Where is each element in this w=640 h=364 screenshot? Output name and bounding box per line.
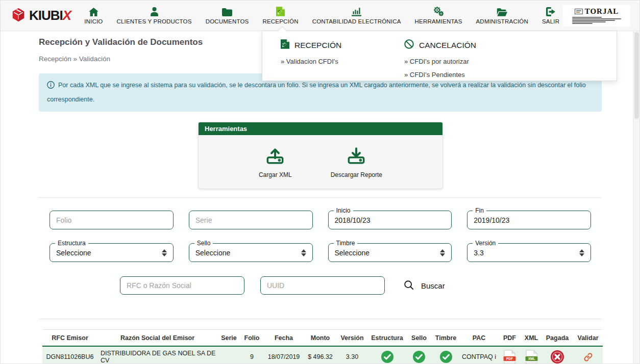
col-pac: PAC: [460, 330, 498, 346]
download-report-button[interactable]: Descargar Reporte: [331, 145, 382, 178]
link-icon[interactable]: [584, 353, 593, 361]
results-table-wrap: RFC Emisor Razón Social del Emisor Serie…: [42, 329, 602, 364]
upload-xml-button[interactable]: Cargar XML: [259, 145, 292, 178]
col-rfc-emisor: RFC Emisor: [42, 330, 97, 346]
table-header-row: RFC Emisor Razón Social del Emisor Serie…: [42, 330, 603, 346]
dropdown-section-cancelacion: CANCELACIÓN » CFDI's por autorizar » CFD…: [404, 39, 476, 79]
col-version: Versión: [336, 330, 368, 346]
home-icon: [89, 6, 99, 16]
download-icon: [346, 145, 366, 168]
scrollbar-thumb[interactable]: [634, 32, 639, 119]
search-row: Buscar: [120, 276, 602, 295]
cell-rfc: DGN811026BU6: [42, 346, 97, 364]
cell-pac: CONTPAQ i: [460, 346, 498, 364]
rfc-razon-social-input[interactable]: [120, 276, 244, 295]
recepcion-dropdown-menu: RECEPCIÓN » Validacion CFDI's CANCELACIÓ…: [262, 31, 617, 81]
cell-xml: XML: [521, 346, 541, 364]
gears-icon: [433, 6, 444, 16]
divider-top: [39, 197, 602, 198]
dropdown-title-cancelacion[interactable]: CANCELACIÓN: [404, 39, 476, 51]
estructura-select[interactable]: Estructura Seleccione: [50, 243, 174, 262]
document-edit-icon: [276, 6, 285, 16]
col-monto: Monto: [304, 330, 336, 346]
search-icon: [403, 279, 414, 292]
torjal-stamp-icon: [575, 9, 583, 14]
serie-input[interactable]: [189, 211, 313, 229]
folio-input[interactable]: [50, 211, 174, 229]
col-pdf: PDF: [498, 330, 521, 346]
menu-item-cfdis-por-autorizar[interactable]: » CFDI's por autorizar: [404, 58, 476, 65]
info-icon: [47, 81, 55, 93]
col-razon-social: Razón Social del Emisor: [97, 330, 217, 346]
divider-bottom: [39, 319, 602, 319]
svg-text:PDF: PDF: [506, 357, 513, 360]
tools-panel-title: Herramientas: [199, 122, 442, 135]
nav-item-inicio[interactable]: INICIO: [84, 6, 103, 25]
cell-pagada: [541, 346, 573, 364]
sello-select[interactable]: Sello Seleccione: [189, 243, 313, 262]
col-sello: Sello: [406, 330, 432, 346]
top-nav: KIUBIX INICIO CLIENTES Y PRODUCTOS DOCUM…: [1, 1, 639, 31]
col-validar: Validar: [573, 330, 603, 346]
cell-fecha: 18/07/2019: [263, 346, 304, 364]
x-circle-icon[interactable]: [550, 350, 564, 364]
updown-arrows-icon: [440, 249, 445, 256]
updown-arrows-icon: [301, 249, 306, 256]
upload-icon: [265, 145, 285, 168]
kiubix-logo[interactable]: KIUBIX: [11, 7, 71, 24]
menu-item-validacion-cfdis[interactable]: » Validacion CFDI's: [281, 58, 404, 65]
nav-item-contabilidad-electronica[interactable]: CONTABILIDAD ELECTRÓNICA: [312, 6, 401, 25]
col-folio: Folio: [240, 330, 263, 346]
dropdown-title-recepcion[interactable]: RECEPCIÓN: [281, 39, 404, 51]
fin-date-field[interactable]: Fin 2019/10/23: [467, 211, 591, 229]
nav-item-administracion[interactable]: ADMINISTRACIÓN: [476, 6, 528, 25]
user-icon: [150, 6, 159, 16]
torjal-address-lines: [572, 17, 621, 24]
nav-item-documentos[interactable]: DOCUMENTOS: [206, 6, 249, 25]
torjal-logo: TORJAL: [563, 5, 630, 27]
inicio-date-field[interactable]: Inicio 2018/10/23: [328, 211, 452, 229]
logout-icon: [546, 6, 555, 16]
buscar-button[interactable]: Buscar: [403, 279, 445, 292]
updown-arrows-icon: [579, 249, 584, 256]
timbre-select[interactable]: Timbre Seleccione: [328, 243, 452, 262]
cancel-icon: [404, 39, 414, 51]
svg-text:XML: XML: [528, 357, 535, 360]
check-circle-icon: [439, 350, 453, 363]
cell-serie: [217, 346, 240, 364]
cell-pdf: PDF: [498, 346, 521, 364]
results-table: RFC Emisor Razón Social del Emisor Serie…: [42, 330, 603, 364]
document-edit-icon: [281, 39, 289, 51]
nav-item-recepcion[interactable]: RECEPCIÓN: [262, 6, 298, 25]
cell-version: 3.30: [336, 346, 368, 364]
nav-item-herramientas[interactable]: HERRAMIENTAS: [415, 6, 462, 25]
folder-open-icon: [497, 6, 507, 16]
col-pagada: Pagada: [541, 330, 573, 346]
check-circle-icon: [381, 350, 394, 363]
col-estructura: Estructura: [368, 330, 406, 346]
cell-estructura: [368, 346, 406, 364]
updown-arrows-icon: [162, 249, 167, 256]
cell-sello: [406, 346, 432, 364]
pdf-file-icon[interactable]: PDF: [503, 350, 516, 364]
kiubix-wordmark: KIUBIX: [29, 8, 71, 23]
chart-icon: [352, 6, 361, 16]
xml-file-icon[interactable]: XML: [525, 350, 538, 364]
nav-items: INICIO CLIENTES Y PRODUCTOS DOCUMENTOS R…: [84, 6, 559, 25]
uuid-input[interactable]: [260, 276, 385, 295]
nav-item-salir[interactable]: SALIR: [542, 6, 559, 25]
filter-form: Inicio 2018/10/23 Fin 2019/10/23 Estruct…: [50, 211, 591, 262]
nav-item-clientes-y-productos[interactable]: CLIENTES Y PRODUCTOS: [116, 6, 191, 25]
menu-item-cfdis-pendientes[interactable]: » CFDI's Pendientes: [404, 71, 476, 79]
dropdown-section-recepcion: RECEPCIÓN » Validacion CFDI's: [281, 39, 404, 79]
cell-folio: 9: [240, 346, 263, 364]
alert-text: Por cada XML que se ingrese al sistema p…: [47, 82, 586, 103]
cell-validar: [573, 346, 603, 364]
tools-panel: Herramientas Cargar XML Descargar Report…: [198, 122, 443, 189]
version-select[interactable]: Versión 3.3: [467, 243, 591, 262]
page-scrollbar[interactable]: [633, 31, 639, 363]
cell-monto: $ 496.32: [304, 346, 336, 364]
col-timbre: Timbre: [432, 330, 460, 346]
col-fecha: Fecha: [263, 330, 304, 346]
kiubix-cube-icon: [11, 7, 26, 24]
